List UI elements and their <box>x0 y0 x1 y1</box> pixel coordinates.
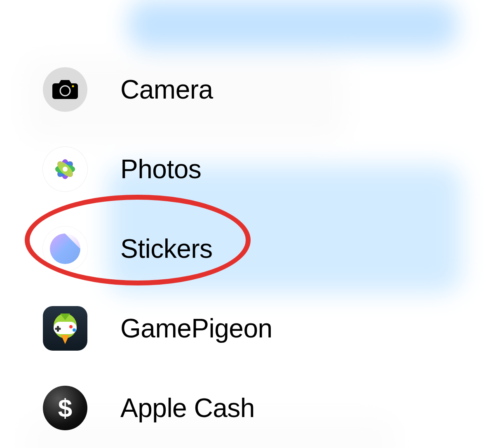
gamepigeon-icon <box>43 306 87 351</box>
stickers-icon <box>43 226 87 271</box>
photos-icon <box>43 147 87 191</box>
menu-item-label: GamePigeon <box>120 313 272 344</box>
apple-cash-icon: $ <box>43 386 87 430</box>
svg-point-0 <box>60 86 70 96</box>
camera-icon <box>43 67 87 112</box>
menu-item-label: Stickers <box>120 233 213 264</box>
menu-item-photos[interactable]: Photos <box>0 129 272 209</box>
menu-item-label: Apple Cash <box>120 393 255 423</box>
svg-rect-14 <box>55 328 61 330</box>
menu-item-stickers[interactable]: Stickers <box>0 209 272 288</box>
svg-point-10 <box>63 167 68 172</box>
menu-item-apple-cash[interactable]: $ Apple Cash <box>0 368 272 448</box>
svg-point-1 <box>72 85 74 87</box>
attachment-menu: Camera Photos <box>0 50 272 448</box>
menu-item-label: Photos <box>120 154 201 184</box>
menu-item-camera[interactable]: Camera <box>0 50 272 129</box>
svg-point-15 <box>69 325 73 328</box>
menu-item-label: Camera <box>120 74 213 105</box>
svg-point-16 <box>73 328 76 332</box>
menu-item-gamepigeon[interactable]: GamePigeon <box>0 288 272 368</box>
